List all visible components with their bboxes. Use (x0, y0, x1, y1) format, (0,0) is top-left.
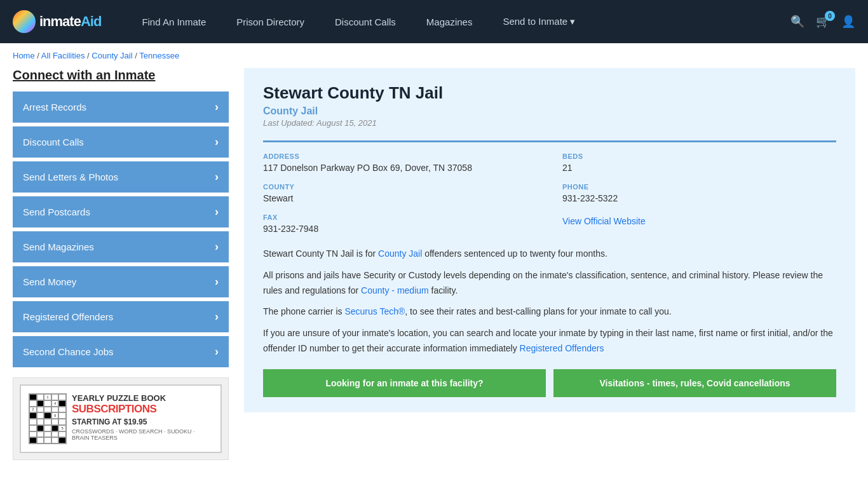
nav-icons: 🔍 🛒 0 👤 (790, 15, 855, 29)
county-jail-link[interactable]: County Jail (378, 248, 422, 259)
desc-paragraph-1: Stewart County TN Jail is for County Jai… (263, 247, 836, 262)
arrow-icon: › (215, 100, 219, 114)
sidebar-item-send-money[interactable]: Send Money › (13, 266, 229, 297)
arrow-icon: › (215, 310, 219, 323)
detail-county: COUNTY Stewart (263, 183, 537, 203)
facility-name: Stewart County TN Jail (263, 83, 836, 103)
arrow-icon: › (215, 240, 219, 254)
sidebar-item-arrest-records[interactable]: Arrest Records › (13, 92, 229, 123)
fax-value: 931-232-7948 (263, 224, 537, 234)
fax-label: FAX (263, 214, 537, 221)
nav-discount-calls[interactable]: Discount Calls (320, 0, 411, 43)
sidebar-item-label: Send Letters & Photos (23, 172, 118, 182)
detail-address: ADDRESS 117 Donelson Parkway PO Box 69, … (263, 152, 537, 173)
desc-paragraph-3: The phone carrier is Securus Tech®, to s… (263, 304, 836, 320)
sidebar-item-send-postcards[interactable]: Send Postcards › (13, 196, 229, 227)
county-value: Stewart (263, 193, 537, 203)
arrow-icon: › (215, 205, 219, 219)
beds-value: 21 (562, 163, 836, 173)
detail-beds: BEDS 21 (562, 152, 836, 173)
address-label: ADDRESS (263, 152, 537, 160)
visitations-button[interactable]: Visitations - times, rules, Covid cancel… (553, 369, 836, 397)
securus-link[interactable]: Securus Tech® (344, 306, 405, 316)
facility-card: Stewart County TN Jail County Jail Last … (244, 68, 855, 412)
nav-magazines[interactable]: Magazines (411, 0, 488, 43)
user-button[interactable]: 👤 (841, 15, 855, 29)
facility-action-buttons: Looking for an inmate at this facility? … (263, 369, 836, 397)
navigation: inmateAid Find An Inmate Prison Director… (0, 0, 868, 43)
phone-label: PHONE (562, 183, 836, 191)
sidebar-item-send-magazines[interactable]: Send Magazines › (13, 231, 229, 262)
sidebar-advertisement[interactable]: 1 4 2 9 5 YEARLY PUZZLE BOOK SUBSCRIPTIO… (13, 377, 229, 460)
registered-offenders-link[interactable]: Registered Offenders (520, 343, 604, 353)
sidebar-item-registered-offenders[interactable]: Registered Offenders › (13, 301, 229, 332)
sidebar-title: Connect with an Inmate (13, 68, 229, 83)
main-content: Stewart County TN Jail County Jail Last … (244, 68, 855, 460)
arrow-icon: › (215, 170, 219, 184)
arrow-icon: › (215, 345, 219, 358)
ad-line2: SUBSCRIPTIONS (72, 403, 213, 416)
nav-find-inmate[interactable]: Find An Inmate (126, 0, 221, 43)
breadcrumb: Home / All Facilities / County Jail / Te… (0, 43, 868, 68)
logo-icon (13, 10, 36, 33)
search-button[interactable]: 🔍 (790, 15, 804, 29)
breadcrumb-state[interactable]: Tennessee (139, 51, 179, 60)
ad-content: 1 4 2 9 5 YEARLY PUZZLE BOOK SUBSCRIPTIO… (20, 384, 222, 453)
facility-details: ADDRESS 117 Donelson Parkway PO Box 69, … (263, 140, 836, 234)
detail-phone: PHONE 931-232-5322 (562, 183, 836, 203)
sidebar-item-label: Send Magazines (23, 241, 94, 252)
breadcrumb-home[interactable]: Home (13, 51, 35, 60)
facility-description: Stewart County TN Jail is for County Jai… (263, 247, 836, 356)
sidebar-menu: Arrest Records › Discount Calls › Send L… (13, 92, 229, 367)
official-website-link[interactable]: View Official Website (562, 216, 646, 226)
looking-for-inmate-button[interactable]: Looking for an inmate at this facility? (263, 369, 546, 397)
county-label: COUNTY (263, 183, 537, 191)
detail-website: View Official Website (562, 214, 836, 234)
arrow-icon: › (215, 275, 219, 288)
ad-types: CROSSWORDS · WORD SEARCH · SUDOKU · BRAI… (72, 428, 213, 441)
arrow-icon: › (215, 135, 219, 149)
detail-fax: FAX 931-232-7948 (263, 214, 537, 234)
desc-paragraph-4: If you are unsure of your inmate's locat… (263, 326, 836, 356)
address-value: 117 Donelson Parkway PO Box 69, Dover, T… (263, 163, 537, 173)
site-logo[interactable]: inmateAid (13, 10, 101, 33)
sidebar-item-send-letters[interactable]: Send Letters & Photos › (13, 161, 229, 193)
sidebar-item-label: Send Money (23, 276, 76, 287)
main-layout: Connect with an Inmate Arrest Records › … (0, 68, 868, 479)
sidebar-item-label: Discount Calls (23, 137, 84, 147)
breadcrumb-all-facilities[interactable]: All Facilities (41, 51, 85, 60)
sidebar-item-label: Second Chance Jobs (23, 346, 114, 357)
logo-text: inmateAid (39, 13, 101, 30)
facility-type: County Jail (263, 105, 836, 117)
county-medium-link[interactable]: County - medium (361, 285, 429, 295)
cart-badge: 0 (825, 11, 835, 21)
desc-paragraph-2: All prisons and jails have Security or C… (263, 268, 836, 299)
sidebar-item-label: Registered Offenders (23, 311, 113, 322)
nav-links: Find An Inmate Prison Directory Discount… (126, 0, 784, 43)
sidebar-item-label: Arrest Records (23, 102, 86, 112)
sidebar-item-label: Send Postcards (23, 207, 90, 217)
nav-send-to-inmate[interactable]: Send to Inmate ▾ (487, 0, 590, 43)
ad-line1: YEARLY PUZZLE BOOK (72, 393, 213, 403)
ad-price: STARTING AT $19.95 (72, 417, 213, 426)
breadcrumb-county-jail[interactable]: County Jail (92, 51, 132, 60)
cart-button[interactable]: 🛒 0 (816, 15, 830, 29)
beds-label: BEDS (562, 152, 836, 160)
nav-prison-directory[interactable]: Prison Directory (221, 0, 320, 43)
phone-value: 931-232-5322 (562, 193, 836, 203)
sidebar: Connect with an Inmate Arrest Records › … (13, 68, 229, 460)
sidebar-item-discount-calls[interactable]: Discount Calls › (13, 126, 229, 158)
sidebar-item-second-chance-jobs[interactable]: Second Chance Jobs › (13, 336, 229, 367)
facility-last-updated: Last Updated: August 15, 2021 (263, 118, 836, 128)
